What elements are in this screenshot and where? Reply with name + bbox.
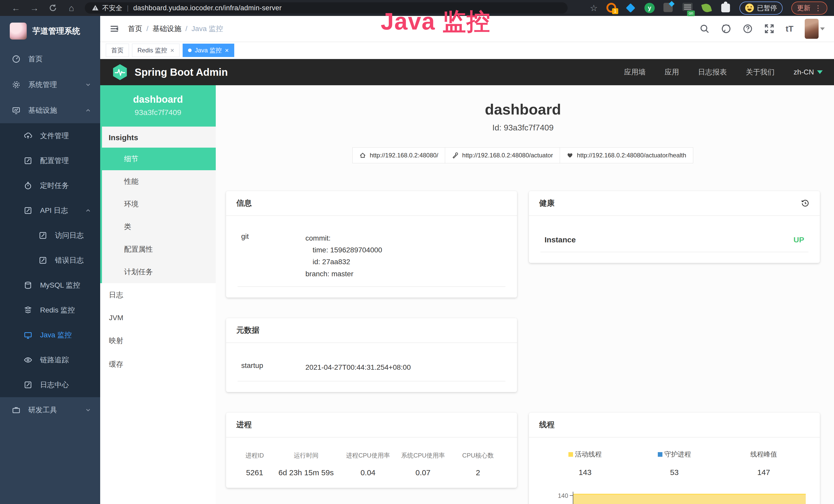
log-edit-icon [24,381,32,389]
collapse-menu-icon[interactable] [109,24,119,33]
sidebar-item-log-center[interactable]: 日志中心 [0,372,100,397]
not-secure-warning-icon [91,4,99,12]
user-menu[interactable] [805,19,825,39]
sidebar-item-jobs[interactable]: 定时任务 [0,173,100,198]
sidebar-item-access-log[interactable]: 访问日志 [0,223,100,248]
annotation-java-monitor: Java 监控 [381,6,490,38]
back-icon[interactable]: ← [7,3,25,13]
info-card: 信息 git commit: time: 1596289704000 id: 2… [226,191,517,298]
process-value-cpus: 2 [451,468,505,477]
sidebar-item-tracing[interactable]: 链路追踪 [0,347,100,372]
sba-nav-about[interactable]: 关于我们 [746,67,775,77]
legend-value-daemon: 53 [630,468,719,477]
sidebar-item-label: Redis 监控 [40,305,75,315]
sidebar-item-system[interactable]: 系统管理 [0,72,100,97]
close-icon[interactable]: × [170,46,174,54]
card-title: 线程 [539,419,554,430]
edit-square-icon [24,156,32,165]
home-icon[interactable]: ⌂ [62,3,81,13]
reload-icon[interactable] [44,4,62,12]
profile-paused-chip[interactable]: 已暂停 [740,2,783,15]
health-url-button[interactable]: http://192.168.0.2:48080/actuator/health [560,147,693,163]
search-icon[interactable] [699,24,710,34]
extension-y-icon[interactable]: y [644,3,655,13]
extension-orange-icon[interactable]: 1 [607,3,617,13]
app-logo-row[interactable]: 芋道管理系统 [0,16,100,46]
sba-item-logs[interactable]: 日志 [100,283,216,307]
log-edit-icon [39,256,47,265]
user-avatar[interactable] [805,19,818,39]
tag-label: Redis 监控 [137,46,167,54]
extension-badge: 1 [612,8,618,14]
sidebar-item-files[interactable]: 文件管理 [0,123,100,148]
tag-home[interactable]: 首页 [106,44,129,57]
card-title: 健康 [539,198,554,208]
sidebar-item-api-log[interactable]: API 日志 [0,198,100,223]
metadata-value: 2021-04-27T00:44:31.254+08:00 [305,362,411,373]
sidebar-item-home[interactable]: 首页 [0,46,100,72]
sba-item-jvm[interactable]: JVM [100,307,216,329]
actuator-url-button[interactable]: http://192.168.0.2:48080/actuator [445,147,560,163]
sba-item-metrics[interactable]: 性能 [102,170,216,193]
sba-nav-applications[interactable]: 应用 [665,67,679,77]
sidebar-item-config[interactable]: 配置管理 [0,148,100,173]
font-size-icon[interactable]: tT [786,24,793,34]
forward-icon[interactable]: → [25,3,44,13]
sba-item-details[interactable]: 细节 [102,147,216,170]
sba-item-caches[interactable]: 缓存 [100,352,216,376]
metadata-row-startup: startup 2021-04-27T00:44:31.254+08:00 [238,358,505,381]
paused-label: 已暂停 [757,4,777,13]
health-card: 健康 Instance UP [529,191,820,263]
extension-list-icon[interactable]: on [682,3,693,13]
sba-item-environment[interactable]: 环境 [102,193,216,215]
service-url-button[interactable]: http://192.168.0.2:48080/ [352,147,445,163]
sidebar-item-mysql[interactable]: MySQL 监控 [0,273,100,298]
chevron-down-icon [85,407,91,413]
sba-language-select[interactable]: zh-CN [794,68,823,76]
sba-nav-wall[interactable]: 应用墙 [624,67,646,77]
sba-item-scheduled-tasks[interactable]: 计划任务 [102,260,216,283]
sidebar-item-error-log[interactable]: 错误日志 [0,248,100,273]
threads-card: 线程 活动线程 143 守护进程 53 [529,413,820,504]
history-icon[interactable] [801,199,810,208]
tag-redis-monitor[interactable]: Redis 监控 × [132,44,179,57]
fullscreen-icon[interactable] [764,24,774,34]
help-icon[interactable] [743,24,753,34]
sba-item-mappings[interactable]: 映射 [100,329,216,352]
security-label[interactable]: 不安全 [102,4,122,13]
sidebar-item-infra[interactable]: 基础设施 [0,97,100,123]
url-text[interactable]: dashboard.yudao.iocoder.cn/infra/admin-s… [133,4,282,12]
github-icon[interactable] [721,24,731,34]
threads-area-chart: 140 120 100 [541,490,808,504]
address-bar[interactable]: 不安全 | dashboard.yudao.iocoder.cn/infra/a… [85,2,568,14]
app-logo-avatar [10,23,27,40]
sba-item-config-props[interactable]: 配置属性 [102,238,216,260]
extension-grid-icon[interactable] [663,3,674,13]
browser-menu-icon[interactable]: ⋮ [814,4,822,12]
breadcrumb-infra[interactable]: 基础设施 [153,24,181,33]
breadcrumb-separator: / [185,25,188,33]
process-value-pid: 5261 [238,468,272,477]
breadcrumb-home[interactable]: 首页 [128,24,142,33]
chevron-up-icon [85,107,91,114]
extension-pin-icon[interactable] [626,3,636,13]
sidebar-item-java-monitor[interactable]: Java 监控 [0,322,100,347]
chrome-update-button[interactable]: 更新 ⋮ [791,2,827,15]
extensions-puzzle-icon[interactable] [721,3,731,13]
sba-item-classes[interactable]: 类 [102,215,216,238]
sidebar-item-redis[interactable]: Redis 监控 [0,298,100,322]
extension-leaf-icon[interactable] [701,3,712,13]
instance-app-name: dashboard [102,94,214,105]
close-icon[interactable]: × [225,46,229,54]
bookmark-star-icon[interactable]: ☆ [590,3,598,13]
monitor-chart-icon [12,106,21,115]
instance-header[interactable]: dashboard 93a3fc7f7409 [100,85,216,127]
sba-nav-journal[interactable]: 日志报表 [698,67,727,77]
sidebar-item-dev-tools[interactable]: 研发工具 [0,397,100,423]
health-instance-row[interactable]: Instance UP [541,229,808,252]
sba-content: dashboard Id: 93a3fc7f7409 http://192.16… [216,85,834,504]
cloud-upload-icon [24,132,32,140]
tag-java-monitor[interactable]: Java 监控 × [183,44,234,57]
legend-label-daemon: 守护进程 [664,450,691,458]
sba-brand[interactable]: Spring Boot Admin [111,64,228,81]
